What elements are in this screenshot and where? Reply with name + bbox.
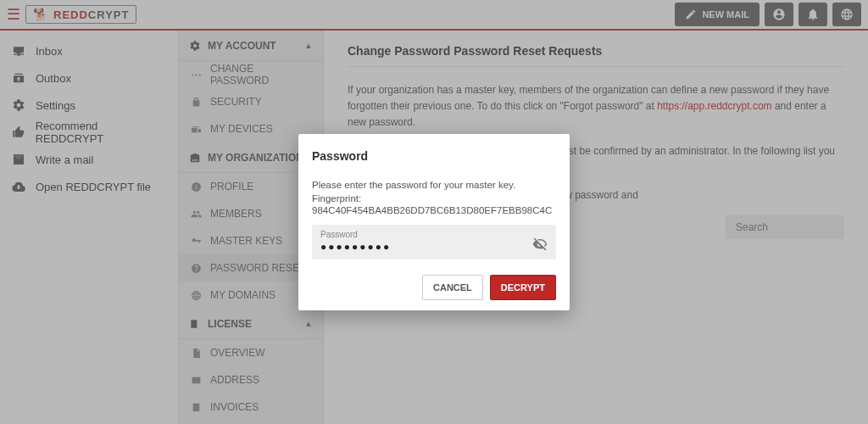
modal-overlay[interactable]: Password Please enter the password for y… bbox=[0, 0, 868, 424]
modal-actions: CANCEL DECRYPT bbox=[312, 275, 556, 300]
modal-message: Please enter the password for your maste… bbox=[312, 178, 556, 192]
eye-off-icon bbox=[532, 237, 548, 252]
password-modal: Password Please enter the password for y… bbox=[298, 134, 570, 310]
decrypt-button[interactable]: DECRYPT bbox=[490, 275, 556, 300]
password-value: ●●●●●●●●● bbox=[320, 241, 548, 253]
fp-value: 984C40F454BA4BB26DD7BC6B13D80EF7EBB98C4C bbox=[312, 205, 552, 215]
modal-title: Password bbox=[312, 149, 556, 163]
password-label: Password bbox=[320, 230, 548, 239]
cancel-button[interactable]: CANCEL bbox=[422, 275, 483, 300]
toggle-visibility-button[interactable] bbox=[532, 237, 548, 254]
password-field[interactable]: Password ●●●●●●●●● bbox=[312, 225, 556, 259]
fp-label: Fingerprint: bbox=[312, 193, 361, 204]
fingerprint: Fingerprint: 984C40F454BA4BB26DD7BC6B13D… bbox=[312, 192, 556, 216]
